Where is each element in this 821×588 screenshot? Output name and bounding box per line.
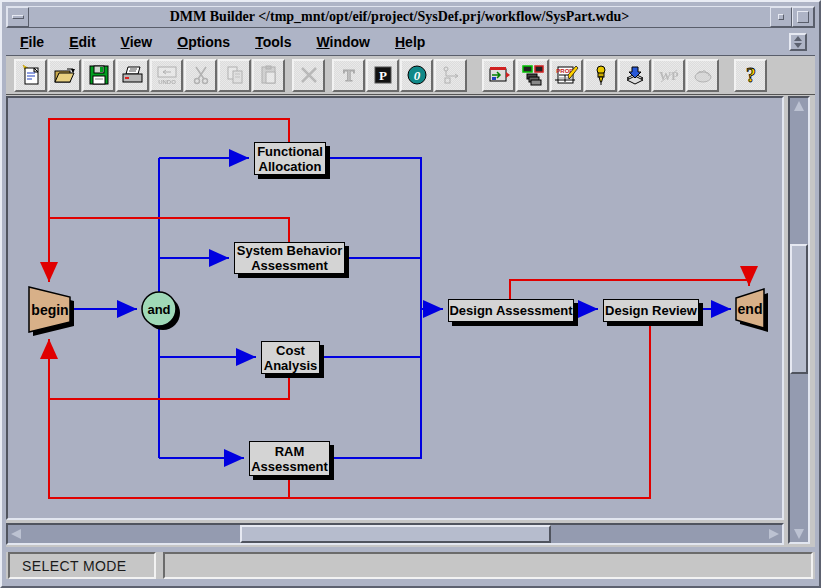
window-menu-button[interactable] — [7, 7, 29, 27]
print-button[interactable] — [116, 59, 149, 92]
menu-tools[interactable]: Tools — [255, 34, 291, 50]
minimize-icon — [778, 14, 784, 20]
pan-tool-icon — [691, 64, 715, 86]
titlebar: DMM Builder </tmp_mnt/opt/eif/project/Sy… — [6, 6, 815, 28]
svg-text:P: P — [379, 68, 387, 83]
menu-edit[interactable]: Edit — [69, 34, 95, 50]
scroll-down-arrow[interactable] — [794, 529, 804, 539]
undo-button: UNDO — [150, 59, 183, 92]
copy-icon — [224, 64, 246, 86]
module-editor-button[interactable] — [482, 59, 515, 92]
minimize-button[interactable] — [770, 7, 792, 27]
menubar-spin-control[interactable] — [789, 33, 807, 51]
menu-view[interactable]: View — [121, 34, 153, 50]
cut-icon — [190, 64, 212, 86]
spin-down-icon — [794, 43, 802, 48]
new-file-icon — [20, 64, 42, 86]
delete-button — [292, 59, 325, 92]
toolbar: UNDO — [6, 56, 815, 95]
menubar: File Edit View Options Tools Window Help — [6, 28, 815, 56]
scroll-left-arrow[interactable] — [11, 529, 21, 539]
cut-button — [184, 59, 217, 92]
feedback-cost-analysis-to-begin[interactable] — [49, 339, 289, 399]
svg-text:0: 0 — [413, 68, 420, 83]
pin-note-button[interactable] — [584, 59, 617, 92]
task-cost-analysis[interactable]: Cost Analysis — [261, 341, 320, 374]
p-tool-button[interactable]: P — [366, 59, 399, 92]
connector-tool-icon — [440, 64, 462, 86]
status-message — [163, 552, 813, 579]
dmm-builder-window: DMM Builder </tmp_mnt/opt/eif/project/Sy… — [0, 0, 821, 588]
feedback-design-review-to-begin[interactable] — [49, 322, 650, 498]
and-node[interactable] — [142, 292, 176, 326]
import-icon — [623, 64, 647, 86]
delete-icon — [298, 64, 320, 86]
help-button[interactable]: ? — [734, 59, 767, 92]
open-file-button[interactable] — [48, 59, 81, 92]
horizontal-scrollbar-thumb[interactable] — [240, 525, 551, 543]
svg-text:UNDO: UNDO — [158, 79, 176, 85]
menu-options[interactable]: Options — [177, 34, 230, 50]
word-processor-icon: WP — [657, 64, 681, 86]
probability-editor-icon: PROB — [555, 64, 579, 86]
print-icon — [121, 64, 145, 86]
instance-copy-button[interactable] — [516, 59, 549, 92]
scroll-right-arrow[interactable] — [769, 529, 779, 539]
new-file-button[interactable] — [14, 59, 47, 92]
module-editor-icon — [487, 64, 511, 86]
menu-file[interactable]: File — [20, 34, 44, 50]
probability-editor-button[interactable]: PROB — [550, 59, 583, 92]
menu-window[interactable]: Window — [316, 34, 370, 50]
open-file-icon — [53, 64, 77, 86]
import-button[interactable] — [618, 59, 651, 92]
paste-icon — [258, 64, 280, 86]
svg-text:?: ? — [746, 64, 756, 86]
scroll-up-arrow[interactable] — [794, 101, 804, 111]
feedback-design-assessment-to-end[interactable] — [510, 280, 749, 299]
pin-note-icon — [590, 64, 612, 86]
maximize-button[interactable] — [792, 7, 814, 27]
spin-up-icon — [794, 36, 802, 41]
text-tool-icon: T — [338, 64, 360, 86]
p-tool-icon: P — [372, 64, 394, 86]
vertical-scrollbar[interactable] — [788, 96, 810, 544]
horizontal-scrollbar[interactable] — [6, 523, 784, 545]
save-file-button[interactable] — [82, 59, 115, 92]
instance-copy-icon — [521, 64, 545, 86]
help-icon: ? — [740, 64, 762, 86]
word-processor-button: WP — [652, 59, 685, 92]
window-title: DMM Builder </tmp_mnt/opt/eif/project/Sy… — [29, 7, 770, 27]
task-ram-assessment[interactable]: RAM Assessment — [249, 441, 330, 476]
zero-tool-icon: 0 — [406, 64, 428, 86]
undo-icon: UNDO — [155, 64, 179, 86]
save-file-icon — [88, 64, 110, 86]
copy-button — [218, 59, 251, 92]
connector-tool-button — [434, 59, 467, 92]
paste-button — [252, 59, 285, 92]
workarea: begin and end Functional Allocation Syst… — [6, 95, 815, 547]
menu-help[interactable]: Help — [395, 34, 425, 50]
window-menu-icon — [12, 15, 24, 19]
vertical-scrollbar-thumb[interactable] — [790, 244, 808, 374]
feedback-system-behavior-to-begin[interactable] — [49, 218, 289, 242]
text-tool-button: T — [332, 59, 365, 92]
zero-tool-button[interactable]: 0 — [400, 59, 433, 92]
statusbar: SELECT MODE — [6, 552, 815, 579]
svg-text:T: T — [343, 66, 355, 85]
task-functional-allocation[interactable]: Functional Allocation — [254, 142, 326, 175]
pan-tool-button — [686, 59, 719, 92]
mode-indicator: SELECT MODE — [8, 552, 156, 579]
task-design-assessment[interactable]: Design Assessment — [448, 299, 574, 322]
task-system-behavior-assessment[interactable]: System Behavior Assessment — [234, 242, 345, 274]
task-design-review[interactable]: Design Review — [603, 299, 699, 322]
maximize-icon — [797, 11, 809, 23]
workflow-canvas[interactable]: begin and end Functional Allocation Syst… — [6, 96, 784, 520]
